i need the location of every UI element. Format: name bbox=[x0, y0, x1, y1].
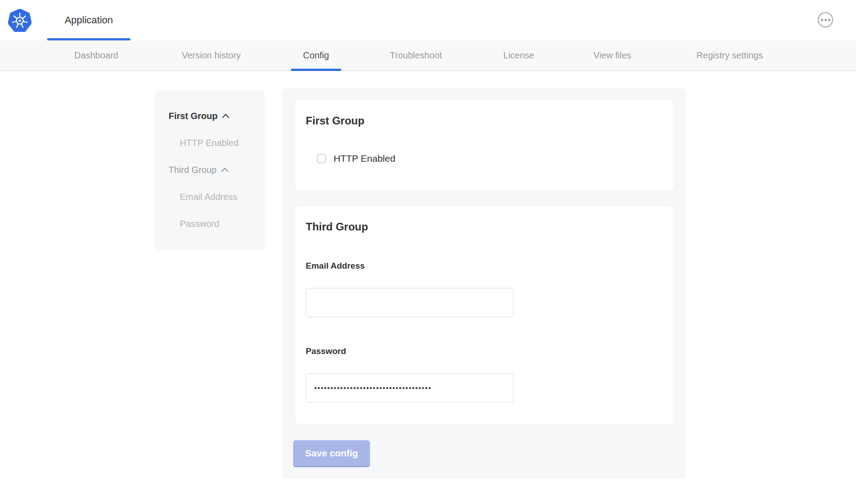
tab-label: Config bbox=[303, 50, 329, 61]
sidebar-item-http-enabled[interactable]: HTTP Enabled bbox=[155, 129, 265, 156]
active-tab-underline bbox=[291, 69, 341, 71]
email-address-label: Email Address bbox=[306, 261, 365, 271]
top-header: Application bbox=[0, 0, 856, 40]
sidebar-item-label: Email Address bbox=[180, 192, 237, 202]
tab-label: View files bbox=[593, 50, 631, 61]
sidebar-item-third-group[interactable]: Third Group bbox=[155, 156, 265, 183]
http-enabled-checkbox[interactable] bbox=[317, 154, 326, 163]
secondary-navbar: Dashboard Version history Config Trouble… bbox=[0, 40, 856, 71]
tab-label: Registry settings bbox=[696, 50, 763, 61]
ellipsis-icon bbox=[821, 19, 823, 21]
group-title: First Group bbox=[306, 115, 365, 127]
tab-label: Troubleshoot bbox=[390, 50, 442, 61]
config-group-card-first: First Group HTTP Enabled bbox=[295, 100, 673, 190]
sidebar-item-label: First Group bbox=[169, 111, 218, 121]
tab-view-files[interactable]: View files bbox=[593, 40, 631, 71]
password-label: Password bbox=[306, 346, 346, 356]
tab-label: Version history bbox=[182, 50, 241, 61]
sidebar-item-label: HTTP Enabled bbox=[180, 138, 239, 148]
ellipsis-icon bbox=[828, 19, 830, 21]
chevron-up-icon bbox=[222, 114, 229, 118]
config-nav-sidebar: First Group HTTP Enabled Third Group Ema… bbox=[155, 91, 265, 251]
ellipsis-icon bbox=[825, 19, 827, 21]
tab-dashboard[interactable]: Dashboard bbox=[74, 40, 118, 71]
tab-troubleshoot[interactable]: Troubleshoot bbox=[390, 40, 442, 71]
tab-config[interactable]: Config bbox=[303, 40, 329, 71]
http-enabled-field: HTTP Enabled bbox=[317, 153, 395, 164]
config-group-card-third: Third Group Email Address Password bbox=[295, 206, 673, 424]
sidebar-item-first-group[interactable]: First Group bbox=[155, 102, 265, 129]
tab-registry-settings[interactable]: Registry settings bbox=[696, 40, 763, 71]
kubernetes-logo-icon bbox=[8, 9, 31, 32]
sidebar-item-label: Password bbox=[180, 219, 219, 229]
chevron-up-icon bbox=[221, 168, 228, 172]
save-config-button[interactable]: Save config bbox=[293, 440, 370, 466]
config-main-panel: First Group HTTP Enabled Third Group Ema… bbox=[282, 88, 686, 478]
password-input[interactable] bbox=[306, 373, 513, 402]
tab-label: License bbox=[504, 50, 535, 61]
app-tab-application[interactable]: Application bbox=[47, 0, 130, 40]
sidebar-item-label: Third Group bbox=[169, 165, 217, 175]
app-root: Application Dashboard Version history Co… bbox=[0, 0, 856, 504]
tab-license[interactable]: License bbox=[504, 40, 535, 71]
tab-label: Dashboard bbox=[74, 50, 118, 61]
app-tab-label: Application bbox=[65, 14, 113, 26]
sidebar-item-email-address[interactable]: Email Address bbox=[155, 183, 265, 210]
group-title: Third Group bbox=[306, 221, 368, 233]
email-address-input[interactable] bbox=[306, 288, 513, 317]
overflow-menu-button[interactable] bbox=[818, 12, 833, 27]
http-enabled-checkbox-label[interactable]: HTTP Enabled bbox=[334, 153, 395, 164]
tab-version-history[interactable]: Version history bbox=[182, 40, 241, 71]
sidebar-item-password[interactable]: Password bbox=[155, 210, 265, 237]
